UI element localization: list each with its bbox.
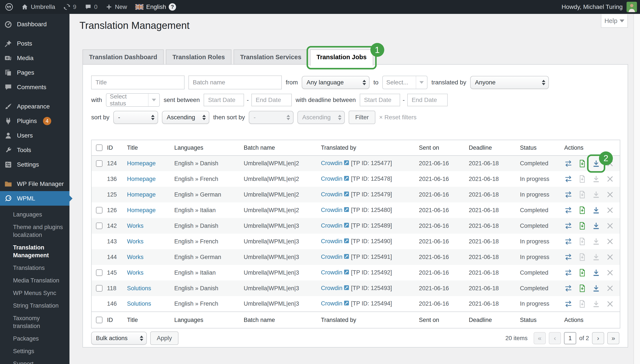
first-page-button[interactable]: « [534, 332, 546, 344]
view-translation-icon[interactable] [578, 190, 586, 199]
sync-job-icon[interactable] [564, 222, 572, 230]
sync-job-icon[interactable] [564, 190, 572, 199]
help-dropdown[interactable]: Help [601, 14, 628, 28]
tab-translation-jobs[interactable]: Translation Jobs [310, 50, 373, 66]
row-title-link[interactable]: Homepage [127, 176, 156, 182]
sidebar-item-pages[interactable]: Pages [0, 65, 70, 80]
translator-link[interactable]: Crowdin [321, 285, 342, 291]
from-language-select[interactable]: Any language [302, 76, 370, 89]
current-page-input[interactable]: 1 [564, 332, 576, 344]
submenu-item-theme-and-plugins-localization[interactable]: Theme and plugins localization [13, 221, 64, 241]
sync-job-icon[interactable] [564, 253, 572, 261]
sidebar-item-posts[interactable]: Posts [0, 36, 70, 51]
tab-translation-services[interactable]: Translation Services [234, 50, 308, 65]
deadline-end-date-input[interactable]: End Date [407, 94, 448, 106]
status-select[interactable]: Select status [106, 93, 160, 107]
sidebar-item-media[interactable]: Media [0, 51, 70, 65]
row-title-link[interactable]: Works [127, 254, 144, 260]
sync-job-icon[interactable] [564, 160, 572, 168]
cancel-job-icon[interactable] [606, 300, 614, 308]
download-translation-icon[interactable] [592, 160, 600, 168]
sidebar-item-wp-file-manager[interactable]: WP File Manager [0, 176, 70, 191]
submenu-item-settings[interactable]: Settings [13, 345, 64, 358]
select-all-checkbox[interactable] [96, 317, 103, 323]
comments-menu[interactable]: 0 [85, 4, 98, 10]
download-translation-icon[interactable] [592, 284, 600, 292]
sent-end-date-input[interactable]: End Date [251, 94, 292, 106]
view-translation-icon[interactable] [578, 222, 586, 230]
download-translation-icon[interactable] [592, 206, 600, 214]
view-translation-icon[interactable] [578, 300, 586, 308]
translator-link[interactable]: Crowdin [321, 176, 342, 182]
then-sort-by-select[interactable]: - [249, 111, 293, 124]
cancel-job-icon[interactable] [606, 222, 614, 230]
submenu-item-translation-management[interactable]: Translation Management [13, 241, 64, 262]
cancel-job-icon[interactable] [606, 206, 614, 214]
translator-link[interactable]: Crowdin [321, 207, 342, 213]
row-checkbox[interactable] [96, 285, 103, 292]
cancel-job-icon[interactable] [606, 175, 614, 183]
cancel-job-icon[interactable] [606, 190, 614, 199]
sent-start-date-input[interactable]: Start Date [204, 94, 244, 106]
wordpress-logo-icon[interactable] [5, 3, 13, 11]
sync-job-icon[interactable] [564, 206, 572, 214]
submenu-item-taxonomy-translation[interactable]: Taxonomy translation [13, 312, 64, 332]
cancel-job-icon[interactable] [606, 268, 614, 277]
title-filter-input[interactable]: Title [91, 76, 185, 89]
translator-link[interactable]: Crowdin [321, 269, 342, 276]
submenu-item-string-translation[interactable]: String Translation [13, 299, 64, 312]
sort-order-select[interactable]: Ascending [162, 111, 209, 124]
view-translation-icon[interactable] [578, 237, 586, 246]
sidebar-item-users[interactable]: Users [0, 128, 70, 143]
submenu-item-wp-menus-sync[interactable]: WP Menus Sync [13, 287, 64, 299]
download-translation-icon[interactable] [592, 175, 600, 183]
row-checkbox[interactable] [96, 207, 103, 214]
view-translation-icon[interactable] [578, 175, 586, 183]
download-translation-icon[interactable] [592, 300, 600, 308]
reset-filters-link[interactable]: × Reset filters [379, 114, 417, 121]
sidebar-item-appearance[interactable]: Appearance [0, 99, 70, 114]
batch-name-filter-input[interactable]: Batch name [188, 76, 282, 89]
row-title-link[interactable]: Solutions [127, 285, 151, 292]
sidebar-item-dashboard[interactable]: Dashboard [0, 17, 70, 32]
row-title-link[interactable]: Homepage [127, 160, 156, 166]
sidebar-item-plugins[interactable]: Plugins4 [0, 114, 70, 128]
sidebar-item-tools[interactable]: Tools [0, 143, 70, 157]
download-translation-icon[interactable] [592, 237, 600, 246]
translator-link[interactable]: Crowdin [321, 238, 342, 244]
view-translation-icon[interactable] [578, 253, 586, 261]
cancel-job-icon[interactable] [606, 237, 614, 246]
cancel-job-icon[interactable] [606, 160, 614, 168]
submenu-item-media-translation[interactable]: Media Translation [13, 274, 64, 287]
sidebar-item-wpml[interactable]: WPML [0, 191, 70, 206]
filter-button[interactable]: Filter [349, 111, 375, 124]
new-menu[interactable]: New [106, 4, 127, 10]
select-all-checkbox[interactable] [96, 144, 103, 151]
sidebar-item-comments[interactable]: Comments [0, 80, 70, 94]
sync-job-icon[interactable] [564, 268, 572, 277]
view-translation-icon[interactable] [578, 268, 586, 277]
sync-job-icon[interactable] [564, 300, 572, 308]
sort-by-select[interactable]: - [113, 111, 158, 124]
row-title-link[interactable]: Works [127, 270, 144, 276]
row-checkbox[interactable] [96, 160, 103, 167]
site-menu[interactable]: Umbrella [21, 4, 55, 10]
translated-by-select[interactable]: Anyone [470, 76, 549, 89]
tab-translation-roles[interactable]: Translation Roles [166, 50, 231, 65]
tab-translation-dashboard[interactable]: Translation Dashboard [83, 50, 164, 65]
avatar[interactable] [626, 2, 637, 12]
submenu-item-support[interactable]: Support [13, 358, 64, 364]
cancel-job-icon[interactable] [606, 253, 614, 261]
howdy-label[interactable]: Howdy, Michael Turing [562, 4, 623, 10]
next-page-button[interactable]: › [592, 332, 604, 344]
prev-page-button[interactable]: ‹ [549, 332, 561, 344]
sync-job-icon[interactable] [564, 284, 572, 292]
cancel-job-icon[interactable] [606, 284, 614, 292]
scrollbar[interactable] [633, 14, 640, 364]
download-translation-icon[interactable] [592, 222, 600, 230]
view-translation-icon[interactable] [578, 206, 586, 214]
view-translation-icon[interactable] [578, 160, 586, 168]
translator-link[interactable]: Crowdin [321, 254, 342, 260]
then-sort-order-select[interactable]: Ascending [297, 111, 345, 124]
row-title-link[interactable]: Homepage [127, 207, 156, 214]
